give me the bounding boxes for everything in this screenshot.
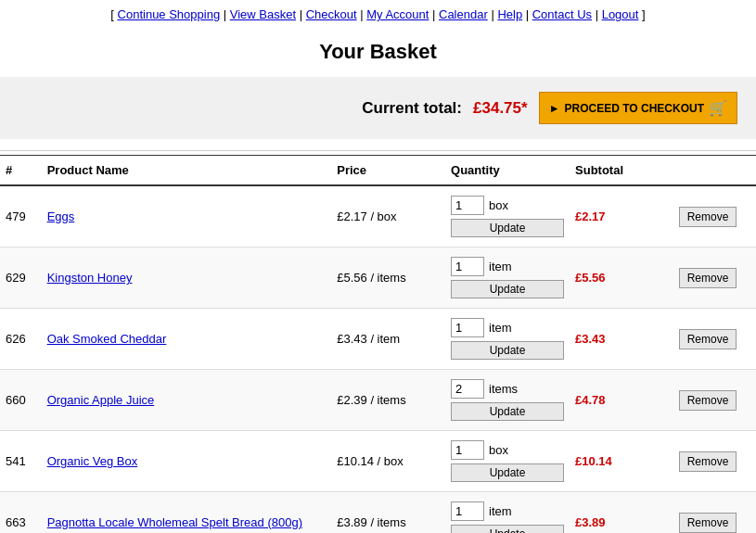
nav-link-continue-shopping[interactable]: Continue Shopping xyxy=(118,7,221,21)
row-qty: itemUpdate xyxy=(445,309,570,370)
qty-unit: box xyxy=(489,198,508,212)
table-row: 479Eggs£2.17 / boxboxUpdate£2.17Remove xyxy=(0,185,756,247)
remove-button[interactable]: Remove xyxy=(679,268,737,288)
table-row: 626Oak Smoked Cheddar£3.43 / itemitemUpd… xyxy=(0,309,756,370)
table-row: 541Organic Veg Box£10.14 / boxboxUpdate£… xyxy=(0,431,756,492)
row-price: £2.39 / items xyxy=(331,370,445,431)
row-qty: itemUpdate xyxy=(445,247,570,309)
row-id: 541 xyxy=(0,431,42,492)
nav-separator: | xyxy=(429,7,439,21)
row-price: £2.17 / box xyxy=(331,185,445,247)
update-button[interactable]: Update xyxy=(451,402,564,421)
product-link[interactable]: Eggs xyxy=(47,209,75,223)
table-row: 663Pagnotta Locale Wholemeal Spelt Bread… xyxy=(0,492,756,534)
update-button[interactable]: Update xyxy=(451,525,564,533)
nav-bracket-open: [ xyxy=(110,7,117,21)
row-subtotal: £2.17 xyxy=(570,185,673,247)
update-button[interactable]: Update xyxy=(451,463,564,482)
remove-button[interactable]: Remove xyxy=(679,513,737,533)
row-subtotal: £3.43 xyxy=(570,309,673,370)
row-product-name: Organic Veg Box xyxy=(42,431,332,492)
row-id: 479 xyxy=(0,185,42,247)
col-header-hash: # xyxy=(0,156,42,186)
row-id: 660 xyxy=(0,370,42,431)
col-header-name: Product Name xyxy=(42,156,332,186)
col-header-qty: Quantity xyxy=(445,156,570,186)
update-button[interactable]: Update xyxy=(451,341,564,360)
nav-link-help[interactable]: Help xyxy=(497,7,522,21)
remove-button[interactable]: Remove xyxy=(679,329,737,349)
qty-unit: items xyxy=(489,382,518,396)
table-row: 629Kingston Honey£5.56 / itemsitemUpdate… xyxy=(0,247,756,309)
qty-input[interactable] xyxy=(451,379,484,399)
nav-link-checkout[interactable]: Checkout xyxy=(306,7,357,21)
qty-unit: item xyxy=(489,504,512,518)
col-header-price: Price xyxy=(331,156,445,186)
row-price: £3.43 / item xyxy=(331,309,445,370)
remove-button[interactable]: Remove xyxy=(679,390,737,411)
row-qty: boxUpdate xyxy=(445,431,570,492)
nav-link-view-basket[interactable]: View Basket xyxy=(230,7,296,21)
qty-input[interactable] xyxy=(451,196,484,215)
row-id: 629 xyxy=(0,247,42,309)
nav-separator: | xyxy=(357,7,367,21)
row-action: Remove xyxy=(673,370,756,431)
summary-bar: Current total: £34.75* ► PROCEED TO CHEC… xyxy=(0,77,756,139)
row-subtotal: £3.89 xyxy=(570,492,673,534)
nav-link-my-account[interactable]: My Account xyxy=(366,7,429,21)
qty-unit: item xyxy=(489,321,512,335)
top-nav: [ Continue Shopping | View Basket | Chec… xyxy=(0,0,756,27)
divider xyxy=(0,150,756,151)
col-header-subtotal: Subtotal xyxy=(570,156,673,186)
nav-separator: | xyxy=(592,7,602,21)
product-link[interactable]: Oak Smoked Cheddar xyxy=(47,332,167,346)
row-product-name: Kingston Honey xyxy=(42,247,332,309)
table-row: 660Organic Apple Juice£2.39 / itemsitems… xyxy=(0,370,756,431)
page-title: Your Basket xyxy=(0,27,756,77)
nav-separator: | xyxy=(522,7,532,21)
row-price: £3.89 / items xyxy=(331,492,445,534)
play-icon: ► xyxy=(549,102,560,115)
row-action: Remove xyxy=(673,309,756,370)
nav-link-contact-us[interactable]: Contact Us xyxy=(532,7,592,21)
row-subtotal: £4.78 xyxy=(570,370,673,431)
row-action: Remove xyxy=(673,185,756,247)
row-id: 663 xyxy=(0,492,42,534)
product-link[interactable]: Pagnotta Locale Wholemeal Spelt Bread (8… xyxy=(47,515,302,529)
row-id: 626 xyxy=(0,309,42,370)
nav-link-calendar[interactable]: Calendar xyxy=(439,7,488,21)
row-product-name: Oak Smoked Cheddar xyxy=(42,309,332,370)
qty-unit: box xyxy=(489,443,508,457)
row-action: Remove xyxy=(673,431,756,492)
row-subtotal: £10.14 xyxy=(570,431,673,492)
update-button[interactable]: Update xyxy=(451,219,564,237)
product-link[interactable]: Kingston Honey xyxy=(47,271,133,285)
row-product-name: Organic Apple Juice xyxy=(42,370,332,431)
row-qty: itemUpdate xyxy=(445,492,570,534)
update-button[interactable]: Update xyxy=(451,280,564,298)
row-qty: boxUpdate xyxy=(445,185,570,247)
table-header-row: # Product Name Price Quantity Subtotal xyxy=(0,156,756,186)
proceed-to-checkout-button[interactable]: ► PROCEED TO CHECKOUT 🛒 xyxy=(539,92,737,124)
row-subtotal: £5.56 xyxy=(570,247,673,309)
product-link[interactable]: Organic Apple Juice xyxy=(47,393,155,407)
remove-button[interactable]: Remove xyxy=(679,207,737,227)
row-product-name: Eggs xyxy=(42,185,332,247)
qty-input[interactable] xyxy=(451,257,484,276)
total-amount: £34.75* xyxy=(473,99,528,118)
row-action: Remove xyxy=(673,247,756,309)
row-price: £5.56 / items xyxy=(331,247,445,309)
row-product-name: Pagnotta Locale Wholemeal Spelt Bread (8… xyxy=(42,492,332,534)
product-link[interactable]: Organic Veg Box xyxy=(47,454,138,468)
remove-button[interactable]: Remove xyxy=(679,451,737,472)
total-label: Current total: xyxy=(362,99,462,118)
qty-unit: item xyxy=(489,260,512,273)
qty-input[interactable] xyxy=(451,501,484,521)
nav-separator: | xyxy=(488,7,498,21)
qty-input[interactable] xyxy=(451,440,484,460)
nav-separator: | xyxy=(220,7,230,21)
cart-icon: 🛒 xyxy=(709,99,727,117)
qty-input[interactable] xyxy=(451,318,484,337)
row-action: Remove xyxy=(673,492,756,534)
nav-link-logout[interactable]: Logout xyxy=(602,7,639,21)
